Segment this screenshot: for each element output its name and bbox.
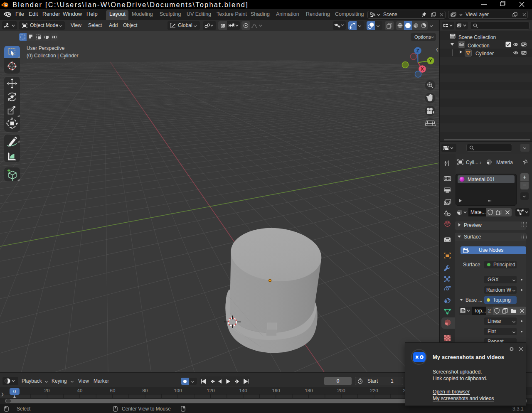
svg-text:220: 220 — [370, 388, 378, 393]
svg-text:40: 40 — [77, 388, 83, 393]
svg-text:100: 100 — [174, 388, 182, 393]
svg-text:120: 120 — [207, 388, 214, 393]
svg-text:160: 160 — [272, 388, 280, 393]
svg-text:140: 140 — [239, 388, 247, 393]
svg-text:Z: Z — [416, 48, 419, 53]
svg-text:200: 200 — [337, 388, 345, 393]
svg-text:X: X — [421, 66, 424, 71]
svg-text:20: 20 — [44, 388, 50, 393]
svg-text:180: 180 — [305, 388, 313, 393]
svg-text:80: 80 — [143, 388, 148, 393]
svg-text:60: 60 — [110, 388, 116, 393]
svg-text:Y: Y — [429, 58, 432, 63]
